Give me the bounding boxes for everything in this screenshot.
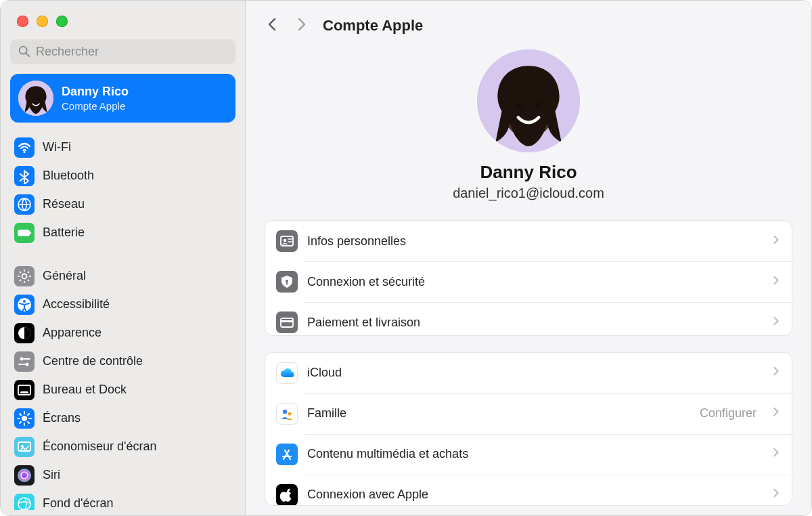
sidebar-item-accessibility[interactable]: Accessibilité (10, 291, 235, 319)
back-button[interactable] (265, 16, 281, 36)
sidebar-item-battery[interactable]: Batterie (10, 219, 235, 247)
cloud-icon (276, 362, 298, 384)
dock-icon (14, 380, 35, 400)
wallpaper-icon (14, 494, 35, 510)
services-panel: iCloudFamilleConfigurerContenu multimédi… (265, 352, 792, 506)
sidebar-item-label: Bureau et Dock (43, 383, 127, 397)
zoom-button[interactable] (56, 16, 68, 27)
row-family[interactable]: FamilleConfigurer (265, 393, 792, 434)
sidebar-item-label: Bluetooth (43, 169, 94, 183)
sidebar-item-label: Wi-Fi (43, 140, 71, 154)
card-icon (276, 311, 298, 333)
search-icon (17, 44, 32, 59)
sidebar-item-label: Général (43, 269, 86, 283)
sidebar-item-screensaver[interactable]: Économiseur d'écran (10, 433, 235, 461)
row-label: iCloud (307, 366, 761, 380)
sidebar-item-wifi[interactable]: Wi-Fi (10, 133, 235, 162)
chevron-right-icon (770, 274, 781, 291)
sidebar-item-label: Écrans (43, 411, 81, 425)
sun-icon (14, 408, 35, 429)
search-field[interactable] (10, 39, 235, 64)
minimize-button[interactable] (37, 16, 48, 27)
account-avatar[interactable] (477, 49, 580, 152)
profile-subtitle: Compte Apple (62, 100, 129, 112)
row-signin[interactable]: Connexion avec Apple (265, 475, 792, 506)
close-button[interactable] (17, 16, 28, 27)
sidebar-item-dock[interactable]: Bureau et Dock (10, 376, 235, 404)
wifi-icon (14, 137, 35, 158)
row-media[interactable]: Contenu multimédia et achats (265, 434, 792, 475)
accessibility-icon (14, 295, 35, 315)
sidebar-profile-card[interactable]: Danny Rico Compte Apple (10, 74, 235, 123)
row-label: Infos personnelles (307, 234, 761, 249)
gear-icon (14, 266, 35, 286)
row-label: Connexion et sécurité (307, 275, 761, 289)
sidebar-item-label: Siri (43, 468, 60, 482)
sidebar-item-bluetooth[interactable]: Bluetooth (10, 162, 235, 190)
search-input[interactable] (36, 45, 229, 59)
row-label: Paiement et livraison (307, 316, 761, 330)
sidebar-item-wallpaper[interactable]: Fond d'écran (10, 490, 235, 510)
switches-icon (14, 351, 35, 372)
sidebar-nav: Wi-FiBluetoothRéseauBatterie GénéralAcce… (1, 131, 245, 510)
sidebar: Danny Rico Compte Apple Wi-FiBluetoothRé… (1, 1, 246, 515)
sidebar-item-label: Économiseur d'écran (43, 439, 157, 454)
bluetooth-icon (14, 166, 35, 186)
row-icloud[interactable]: iCloud (265, 353, 792, 393)
appstore-icon (276, 444, 298, 465)
content-pane: Compte Apple Danny Rico daniel_rico1@icl… (246, 1, 811, 515)
row-label: Famille (307, 406, 690, 421)
sidebar-item-displays[interactable]: Écrans (10, 404, 235, 433)
chevron-right-icon (770, 233, 781, 250)
sidebar-item-label: Réseau (43, 197, 85, 211)
forward-button[interactable] (293, 16, 309, 36)
profile-name: Danny Rico (62, 85, 129, 99)
account-hero: Danny Rico daniel_rico1@icloud.com (246, 44, 811, 213)
battery-icon (14, 223, 35, 243)
screensaver-icon (14, 437, 35, 457)
sidebar-item-label: Accessibilité (43, 297, 110, 311)
sidebar-item-appearance[interactable]: Apparence (10, 319, 235, 347)
avatar (18, 81, 53, 116)
sidebar-item-general[interactable]: Général (10, 262, 235, 291)
sidebar-item-label: Batterie (43, 225, 85, 240)
sidebar-item-controlcenter[interactable]: Centre de contrôle (10, 347, 235, 376)
account-panel: Infos personnellesConnexion et sécuritéP… (265, 220, 792, 336)
titlebar: Compte Apple (246, 1, 811, 44)
chevron-right-icon (770, 364, 781, 381)
page-title: Compte Apple (323, 17, 423, 35)
sidebar-item-network[interactable]: Réseau (10, 190, 235, 219)
chevron-right-icon (770, 405, 781, 422)
row-label: Connexion avec Apple (307, 488, 761, 502)
siri-icon (14, 465, 35, 486)
row-personal[interactable]: Infos personnelles (265, 221, 792, 261)
account-display-name: Danny Rico (480, 162, 577, 183)
apple-icon (276, 484, 298, 506)
account-email: daniel_rico1@icloud.com (453, 186, 604, 201)
window-controls (1, 1, 245, 39)
chevron-right-icon (770, 446, 781, 463)
settings-window: Danny Rico Compte Apple Wi-FiBluetoothRé… (0, 0, 812, 516)
appearance-icon (14, 323, 35, 343)
chevron-right-icon (770, 486, 781, 503)
row-trail: Configurer (700, 406, 757, 421)
row-security[interactable]: Connexion et sécurité (265, 261, 792, 302)
sidebar-item-label: Fond d'écran (43, 496, 114, 510)
family-icon (276, 403, 298, 425)
row-payment[interactable]: Paiement et livraison (265, 302, 792, 336)
sidebar-item-label: Apparence (43, 326, 102, 340)
idcard-icon (276, 230, 298, 252)
shield-icon (276, 271, 298, 293)
sidebar-item-siri[interactable]: Siri (10, 461, 235, 490)
row-label: Contenu multimédia et achats (307, 447, 761, 461)
network-icon (14, 194, 35, 215)
sidebar-item-label: Centre de contrôle (43, 354, 143, 368)
chevron-right-icon (770, 314, 781, 331)
